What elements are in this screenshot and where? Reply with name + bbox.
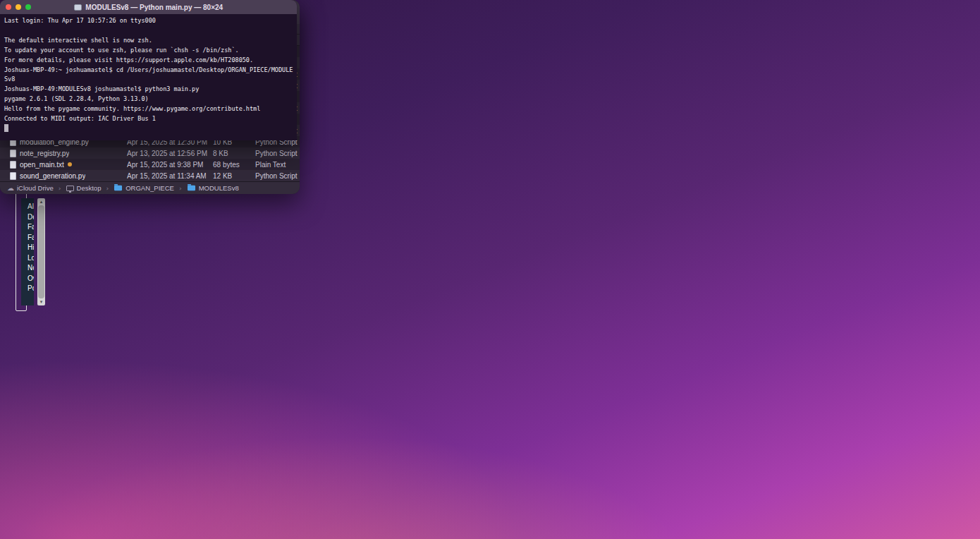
file-size: 8 KB (213, 150, 255, 157)
file-name: note_registry.py (20, 150, 69, 157)
terminal-line: pygame 2.6.1 (SDL 2.28.4, Python 3.13.0) (4, 95, 293, 104)
file-row[interactable]: open_main.txtApr 15, 2025 at 9:38 PM68 b… (0, 159, 300, 170)
file-name: sound_generation.py (20, 172, 85, 180)
folder-icon (114, 186, 122, 191)
terminal-window: MODULESv8 — Python main.py — 80×24 Last … (0, 0, 297, 140)
file-row[interactable]: sound_generation.pyApr 15, 2025 at 11:34… (0, 170, 300, 181)
terminal-cursor (4, 124, 8, 132)
file-date: Apr 15, 2025 at 11:34 AM (127, 172, 213, 180)
controller-mappings-list[interactable]: All Fade Time ↔ CC#23Density ↔ CC#0Fade-… (21, 198, 34, 305)
doc-icon (10, 172, 16, 180)
mappings-box: All Fade Time ↔ CC#23Density ↔ CC#0Fade-… (16, 193, 27, 311)
icloud-icon: ☁ (7, 185, 14, 192)
file-kind: Python Script (255, 172, 300, 180)
desktop-icon (66, 186, 74, 191)
terminal-titlebar[interactable]: MODULESv8 — Python main.py — 80×24 (0, 0, 297, 14)
path-item-organ-piece[interactable]: ORGAN_PIECE (114, 184, 174, 192)
path-item-icloud-drive[interactable]: ☁iCloud Drive (7, 184, 54, 192)
zoom-button[interactable] (25, 4, 31, 10)
path-separator-icon: › (179, 184, 182, 192)
terminal-line: For more details, please visit https://s… (4, 56, 293, 66)
terminal-line: To update your account to use zsh, pleas… (4, 46, 293, 56)
file-size: 68 bytes (213, 161, 255, 169)
file-name: open_main.txt (20, 161, 64, 169)
terminal-window-title: MODULESv8 — Python main.py — 80×24 (0, 4, 297, 11)
terminal-line: The default interactive shell is now zsh… (4, 36, 293, 46)
path-item-modulesv8[interactable]: MODULESv8 (187, 184, 239, 192)
tag-dot (68, 162, 72, 166)
file-row[interactable]: note_registry.pyApr 13, 2025 at 12:56 PM… (0, 147, 300, 159)
path-separator-icon: › (106, 184, 109, 192)
minimize-button[interactable] (16, 4, 21, 10)
folder-icon (188, 186, 195, 191)
scroll-up-icon[interactable]: ▴ (40, 199, 43, 205)
file-size: 12 KB (213, 172, 255, 180)
terminal-icon (74, 4, 82, 11)
file-date: Apr 13, 2025 at 12:56 PM (127, 150, 213, 157)
mappings-scrollbar[interactable]: ▴ ▾ (37, 198, 45, 305)
file-date: Apr 15, 2025 at 9:38 PM (127, 161, 213, 169)
file-kind: Python Script (255, 150, 300, 157)
path-label: MODULESv8 (199, 184, 239, 192)
terminal-line: Last login: Thu Apr 17 10:57:26 on ttys0… (4, 16, 293, 26)
path-item-desktop[interactable]: Desktop (66, 184, 102, 192)
file-kind: Plain Text (255, 161, 300, 169)
terminal-line: Sv8 (4, 75, 293, 85)
window-title: MODULESv8 — Python main.py — 80×24 (85, 4, 223, 11)
path-label: Desktop (77, 184, 102, 192)
doc-icon (10, 150, 16, 157)
finder-path-bar[interactable]: ☁iCloud Drive›Desktop›ORGAN_PIECE›MODULE… (0, 181, 300, 194)
doc-icon (10, 161, 16, 169)
close-button[interactable] (6, 4, 11, 10)
terminal-line: Connected to MIDI output: IAC Driver Bus… (4, 114, 293, 124)
terminal-line: Joshuas-MBP-49:~ joshuamastel$ cd /Users… (4, 66, 293, 75)
scroll-down-icon[interactable]: ▾ (40, 299, 43, 305)
terminal-line (4, 26, 293, 36)
terminal-line: Hello from the pygame community. https:/… (4, 104, 293, 114)
terminal-output[interactable]: Last login: Thu Apr 17 10:57:26 on ttys0… (0, 14, 297, 140)
path-separator-icon: › (59, 184, 61, 192)
path-label: iCloud Drive (17, 184, 54, 192)
path-label: ORGAN_PIECE (125, 184, 174, 192)
terminal-line: Joshuas-MBP-49:MODULESv8 joshuamastel$ p… (4, 85, 293, 95)
scrollbar-thumb[interactable] (38, 205, 44, 298)
